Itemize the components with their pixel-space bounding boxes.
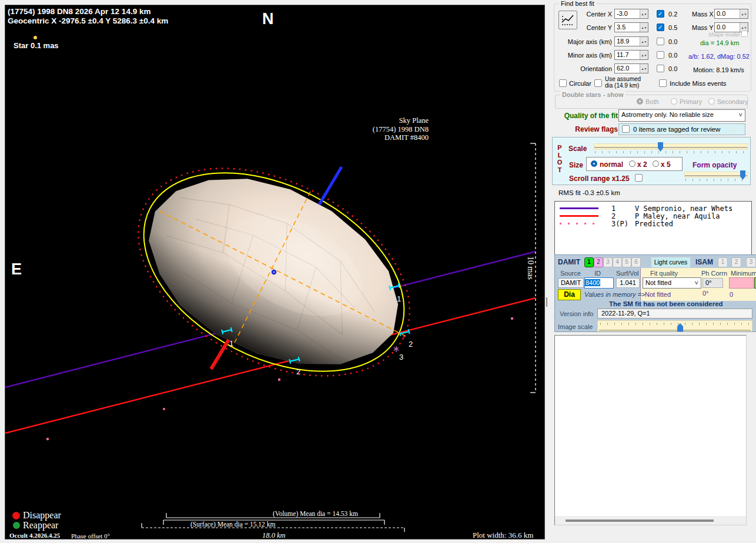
sky-plane-plot: 1 1 2 2 3 10 mas	[5, 5, 544, 539]
plot-scale-slider[interactable]	[594, 143, 748, 150]
sky-plane-caption: Sky Plane (17754) 1998 DN8 DAMIT #8400	[334, 116, 429, 142]
damit-model-4-button[interactable]: 4	[613, 257, 622, 267]
center-y-fit-checkbox[interactable]	[657, 24, 664, 31]
scroll-range-checkbox[interactable]	[635, 174, 643, 182]
shape-model-label: Shape model	[708, 32, 740, 38]
plot-size-radio-group: normal x 2 x 5	[586, 157, 683, 171]
east-label: E	[11, 260, 22, 279]
quality-of-fit-dropdown[interactable]: Astrometry only. No reliable size	[618, 109, 745, 122]
damit-model-3-button[interactable]: 3	[603, 257, 613, 267]
orientation-input[interactable]: 62.0	[614, 63, 648, 73]
damit-model-1-button[interactable]: 1	[584, 257, 594, 267]
center-x-input[interactable]: -3.0	[614, 9, 648, 19]
model-id-input[interactable]: 8400	[584, 277, 614, 289]
minimum-pink-box[interactable]	[729, 277, 754, 289]
control-panel: Find best fit Center X -3.0 0.2 Mass X 0…	[550, 0, 756, 543]
reappear-dot-icon	[13, 522, 20, 529]
circular-checkbox[interactable]	[559, 79, 567, 87]
surfvol-value-box: 1.041	[616, 278, 640, 288]
damit-model-2-button[interactable]: 2	[594, 257, 603, 267]
phase-offset-label: Phase offset 0°	[71, 532, 110, 539]
size-x5-label: x 5	[661, 160, 671, 169]
damit-model-6-button[interactable]: 6	[631, 257, 641, 267]
observer-row: 3(P) Predicted	[555, 220, 751, 227]
ph-corrn-box[interactable]: 0°	[703, 278, 723, 288]
fit-quality-dropdown[interactable]: Not fitted	[643, 277, 701, 289]
chord1-right-label: 1	[397, 294, 401, 303]
minor-axis-fit-checkbox[interactable]	[657, 51, 664, 59]
major-axis-input[interactable]: 18.9	[614, 36, 648, 46]
form-opacity-slider[interactable]	[684, 172, 748, 177]
plot-title-line2: Geocentric X -2976.5 ±0.4 Y 5286.3 ±0.4 …	[8, 16, 168, 25]
horizontal-scrollbar-thumb[interactable]	[566, 519, 714, 522]
double-primary-label: Primary	[680, 98, 702, 105]
orientation-fit-checkbox[interactable]	[657, 65, 664, 72]
results-list-box	[554, 335, 747, 525]
scroll-range-label: Scroll range x1.25	[569, 175, 630, 183]
size-x2-radio[interactable]	[629, 160, 635, 167]
app-version-label: Occult 4.2026.4.25	[9, 532, 60, 539]
plot-vertical-label: PL OT	[557, 144, 563, 173]
sky-plane-canvas: 1 1 2 2 3 10 mas (17754) 1998 DN8 2026 A…	[5, 5, 545, 539]
center-y-sigma: 0.5	[668, 24, 677, 31]
isam-2-button[interactable]: 2	[731, 257, 741, 267]
rms-fit-text: RMS fit -0.3 ±0.5 km	[558, 189, 620, 196]
double-secondary-radio[interactable]	[708, 98, 715, 105]
review-flags-box: 0 items are tagged for review	[618, 123, 745, 135]
chord2-left-label: 2	[296, 367, 300, 376]
use-assumed-dia-checkbox[interactable]	[594, 79, 602, 87]
plot-size-label: Size	[569, 161, 583, 169]
plot-scale-slider-thumb[interactable]	[658, 142, 663, 152]
ph-corrn-header: Ph Corrn	[701, 270, 727, 277]
double-both-radio[interactable]	[637, 98, 643, 105]
circular-label: Circular	[569, 80, 591, 87]
mas-scale-label: 10 mas	[526, 256, 535, 280]
volume-mean-dia-label: (Volume) Mean dia = 14.53 km	[273, 510, 358, 517]
double-both-label: Both	[645, 98, 659, 105]
center-y-input[interactable]: 3.5	[614, 22, 648, 32]
chord1-swatch	[560, 207, 598, 209]
minimum-header: Minimum	[731, 270, 756, 277]
horizontal-scrollbar[interactable]	[555, 516, 746, 525]
disappear-dot-icon	[12, 512, 20, 519]
size-x5-radio[interactable]	[653, 160, 659, 167]
damit-model-5-button[interactable]: 5	[622, 257, 631, 267]
plot-scale-label: Scale	[568, 145, 587, 153]
use-assumed-dia-label: Use assumed dia (14.9 km)	[605, 76, 641, 89]
ph-corrn-memory-value: 0°	[703, 290, 709, 297]
image-scale-slider[interactable]	[597, 320, 752, 332]
fit-quality-header: Fit quality	[650, 270, 678, 277]
splitter-handle[interactable]	[546, 297, 547, 307]
plot-title-line1: (17754) 1998 DN8 2026 Apr 12 14.9 km	[8, 7, 150, 16]
isam-1-button[interactable]: 1	[718, 257, 728, 267]
run-fit-button[interactable]	[558, 11, 577, 29]
scale-18km-label: 18.0 km	[262, 531, 286, 539]
sky-plane-caption-line2: (17754) 1998 DN8	[334, 125, 429, 134]
center-x-fit-checkbox[interactable]	[657, 10, 664, 18]
center-x-label: Center X	[577, 11, 612, 18]
dia-readout: dia = 14.9 km	[700, 39, 739, 46]
version-info-value[interactable]: 2022-11-29, Q=1	[597, 309, 752, 319]
isam-3-button[interactable]: 3	[746, 257, 756, 267]
ab-dmag-readout: a/b: 1.62, dMag: 0.52	[688, 53, 750, 60]
light-curves-button[interactable]: Light curves	[651, 257, 690, 267]
include-miss-checkbox[interactable]	[659, 79, 667, 87]
review-flags-checkbox[interactable]	[622, 125, 630, 133]
shape-model-checkbox[interactable]	[741, 31, 748, 37]
size-normal-label: normal	[600, 160, 623, 169]
double-primary-radio[interactable]	[671, 98, 677, 105]
dia-button[interactable]: Dia	[558, 289, 581, 300]
damit-panel: DAMIT 1 2 3 4 5 6 Light curves ISAM 1 2 …	[554, 254, 756, 332]
size-x2-label: x 2	[637, 160, 647, 169]
surfvol-header: Surf/Vol	[616, 270, 639, 277]
major-axis-fit-checkbox[interactable]	[657, 38, 664, 45]
minor-axis-input[interactable]: 11.7	[614, 50, 648, 60]
star-size-label: Star 0.1 mas	[14, 41, 59, 50]
motion-readout: Motion: 8.19 km/s	[693, 66, 744, 73]
plot-settings-panel: PL OT Scale Size normal x 2 x 5 Form opa…	[552, 137, 751, 185]
center-y-label: Center Y	[577, 24, 612, 31]
size-normal-radio[interactable]	[591, 160, 597, 167]
center-x-sigma: 0.2	[668, 11, 677, 18]
review-flags-label: Review flags	[556, 125, 618, 133]
mass-x-input[interactable]: 0.0	[714, 9, 748, 19]
